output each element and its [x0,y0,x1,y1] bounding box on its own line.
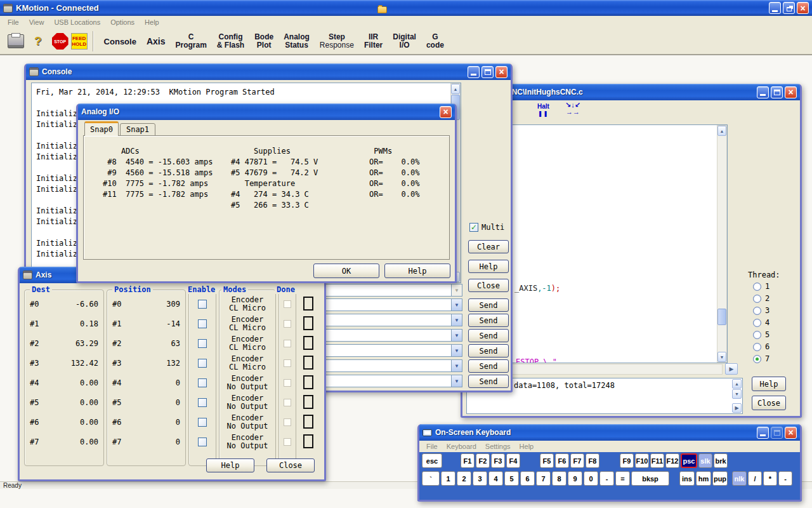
scroll-up-icon[interactable]: ▲ [717,126,726,136]
key-1[interactable]: 1 [441,471,455,486]
key-8[interactable]: 8 [552,471,566,486]
osk-menu-keyboard[interactable]: Keyboard [443,443,480,450]
send-button[interactable]: Send [468,298,509,312]
enable-checkbox[interactable] [198,359,207,368]
key-backtick[interactable]: ` [422,471,440,486]
zero-box[interactable] [303,415,313,429]
key-4[interactable]: 4 [488,471,503,486]
scroll-thumb[interactable] [717,309,726,325]
enable-checkbox[interactable] [198,398,207,407]
scroll-right-icon[interactable]: ▶ [732,403,742,413]
key-f5[interactable]: F5 [540,453,554,468]
key-f11[interactable]: F11 [650,453,664,468]
key-f3[interactable]: F3 [491,453,505,468]
print-icon[interactable] [8,34,24,48]
key-f12[interactable]: F12 [665,453,679,468]
tab-snap0[interactable]: Snap0 [84,121,119,136]
help-button[interactable]: Help [468,260,509,273]
key-f4[interactable]: F4 [506,453,520,468]
scroll-up-icon[interactable]: ▲ [732,379,742,389]
close-button[interactable]: Close [468,279,509,292]
close-button[interactable]: × [440,106,452,118]
multi-checkbox[interactable]: ✓ [469,223,478,232]
send-button[interactable]: Send [468,314,509,327]
maximize-button[interactable] [771,86,783,98]
enable-checkbox[interactable] [198,339,207,348]
scroll-up-icon[interactable]: ▲ [451,84,460,94]
toolbar-step-response-button[interactable]: StepResponse [315,32,359,51]
tab-snap1[interactable]: Snap1 [120,123,155,136]
chevron-down-icon[interactable]: ▼ [451,314,462,326]
zero-box[interactable] [303,336,313,350]
key-f9[interactable]: F9 [620,453,634,468]
key-bksp[interactable]: bksp [631,471,669,486]
enable-checkbox[interactable] [198,438,207,446]
key-nlk[interactable]: nlk [732,471,747,486]
key-minus[interactable]: - [599,471,614,486]
send-button[interactable]: Send [468,375,509,388]
step-arrows-icon[interactable]: ↘↓↙→→ [565,102,580,116]
osk-menu-settings[interactable]: Settings [482,443,514,450]
key-f1[interactable]: F1 [461,453,475,468]
ok-button[interactable]: OK [313,264,379,278]
send-button[interactable]: Send [468,359,509,373]
zero-box[interactable] [303,434,313,448]
help-icon[interactable]: ? [34,34,42,48]
help-button[interactable]: Help [384,264,450,278]
menu-file[interactable]: File [4,17,23,27]
thread-radio-5[interactable] [753,331,761,339]
zero-box[interactable] [303,356,313,370]
menu-view[interactable]: View [25,17,48,27]
key-brk[interactable]: brk [714,453,728,468]
key-f7[interactable]: F7 [570,453,584,468]
clear-button[interactable]: Clear [468,240,509,253]
feedhold-icon[interactable]: FEEDHOLD [71,33,88,50]
send-button[interactable]: Send [468,329,509,342]
chevron-down-icon[interactable]: ▼ [451,299,462,311]
maximize-button[interactable] [481,66,494,78]
key-slk[interactable]: slk [698,453,712,468]
toolbar-digital-io-button[interactable]: DigitalI/O [388,32,421,51]
close-button[interactable]: × [495,66,508,78]
key-hm[interactable]: hm [696,471,711,486]
help-button[interactable]: Help [206,458,254,472]
toolbar-config-flash-button[interactable]: Config& Flash [212,32,249,51]
key-6[interactable]: 6 [520,471,535,486]
key-numminus[interactable]: - [778,471,792,486]
send-button[interactable]: Send [468,344,509,358]
menu-usb-locations[interactable]: USB Locations [50,17,104,27]
minimize-button[interactable] [769,2,781,14]
thread-radio-1[interactable] [753,283,761,291]
key-0[interactable]: 0 [584,471,598,486]
chevron-down-icon[interactable]: ▼ [451,330,462,341]
minimize-button[interactable] [757,427,769,439]
key-psc-active[interactable]: psc [681,453,697,468]
enable-checkbox[interactable] [198,418,207,427]
restore-button[interactable] [783,2,795,14]
enable-checkbox[interactable] [198,319,207,328]
chevron-down-icon[interactable]: ▼ [451,360,462,371]
chevron-down-icon[interactable]: ▼ [451,375,462,387]
scroll-down-icon[interactable]: ▼ [717,352,726,362]
key-5[interactable]: 5 [504,471,519,486]
key-7[interactable]: 7 [536,471,551,486]
close-button[interactable]: Close [266,458,315,472]
close-button[interactable]: × [785,86,797,98]
key-esc[interactable]: esc [422,453,442,468]
toolbar-g-code-button[interactable]: Gcode [421,32,449,51]
stop-icon[interactable]: STOP [52,33,69,50]
halt-icon[interactable]: Halt❚❚ [537,103,549,117]
key-2[interactable]: 2 [457,471,471,486]
key-3[interactable]: 3 [473,471,487,486]
zero-box[interactable] [303,297,313,311]
close-button[interactable]: × [797,2,809,14]
toolbar-c-program-button[interactable]: CProgram [170,32,211,51]
toolbar-analog-status-button[interactable]: AnalogStatus [278,32,315,51]
thread-radio-7-selected[interactable] [753,355,761,363]
help-button[interactable]: Help [752,377,786,391]
enable-checkbox[interactable] [198,300,207,309]
key-ins[interactable]: ins [679,471,695,486]
menu-options[interactable]: Options [107,17,138,27]
key-9[interactable]: 9 [568,471,582,486]
key-f6[interactable]: F6 [555,453,569,468]
